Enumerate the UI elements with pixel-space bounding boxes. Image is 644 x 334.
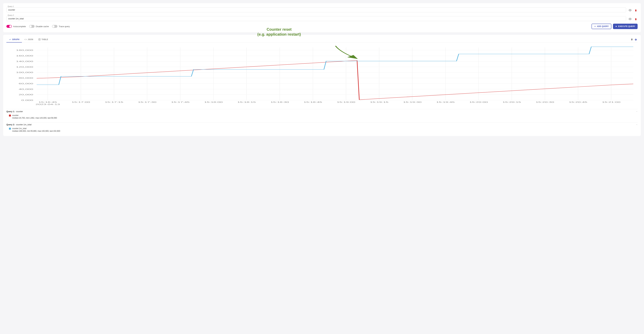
graph-icon <box>9 38 11 40</box>
gear-icon[interactable] <box>634 38 638 41</box>
legend-header[interactable]: Query 1: counter <box>6 109 638 114</box>
svg-text:15:17:00: 15:17:00 <box>72 101 90 103</box>
query-1-label: Query 1 <box>6 5 626 7</box>
color-swatch <box>9 115 11 116</box>
svg-text:180,000: 180,000 <box>16 49 33 51</box>
switch-icon <box>52 25 58 28</box>
query-1-input[interactable] <box>6 7 626 12</box>
svg-text:140,000: 140,000 <box>16 60 33 62</box>
play-icon <box>615 25 617 27</box>
legend: Query 1: counter counter median:24,700, … <box>6 109 638 133</box>
svg-point-0 <box>630 10 630 11</box>
svg-text:15:17:30: 15:17:30 <box>138 101 156 103</box>
series-stats: median:24,700, min:1,662, max:143,000, l… <box>12 117 57 119</box>
svg-text:15:18:45: 15:18:45 <box>304 101 322 103</box>
chart-area: 0.00020,00040,00060,00080,000100,000120,… <box>6 43 638 107</box>
disable-cache-label: Disable cache <box>36 25 49 28</box>
series-stats: median:166,500, min:55,880, max:192,600,… <box>12 130 60 132</box>
series-name: counter <box>12 114 57 116</box>
svg-text:15:19:15: 15:19:15 <box>370 101 388 103</box>
delete-icon[interactable] <box>634 8 638 12</box>
query-row-2: Query 2 <box>6 14 638 21</box>
svg-marker-4 <box>616 26 617 27</box>
tab-graph[interactable]: GRAPH <box>6 37 22 42</box>
svg-text:15:18:30: 15:18:30 <box>270 101 289 103</box>
eye-icon[interactable] <box>628 8 632 12</box>
svg-text:100,000: 100,000 <box>16 72 33 73</box>
svg-rect-5 <box>38 39 40 40</box>
svg-point-1 <box>630 19 630 19</box>
svg-text:15:19:30: 15:19:30 <box>403 101 422 103</box>
svg-text:120,000: 120,000 <box>16 66 33 68</box>
svg-text:160,000: 160,000 <box>16 55 33 57</box>
svg-text:20,000: 20,000 <box>19 94 33 96</box>
execute-query-button[interactable]: EXECUTE QUERY <box>613 24 638 29</box>
tips-icon[interactable] <box>630 38 634 41</box>
query-panel: Query 1 Query 2 Autocomplete <box>3 3 641 32</box>
svg-text:15:19:00: 15:19:00 <box>337 101 355 103</box>
chevron-up-icon <box>636 111 638 112</box>
autocomplete-toggle[interactable]: Autocomplete <box>6 25 26 28</box>
add-query-button[interactable]: ADD QUERY <box>592 24 611 29</box>
plus-icon <box>594 25 596 27</box>
legend-header[interactable]: Query 2: counter:1m_total <box>6 122 638 127</box>
tab-table[interactable]: TABLE <box>36 37 51 42</box>
svg-text:15:20:00: 15:20:00 <box>469 101 488 103</box>
table-icon <box>38 38 41 40</box>
svg-text:15:20:30: 15:20:30 <box>536 101 554 103</box>
series-name: counter:1m_total <box>12 127 60 130</box>
code-icon <box>24 38 27 40</box>
legend-item[interactable]: counter:1m_total median:166,500, min:55,… <box>6 127 638 133</box>
disable-cache-toggle[interactable]: Disable cache <box>29 25 49 28</box>
svg-text:40,000: 40,000 <box>19 88 33 90</box>
svg-text:80,000: 80,000 <box>19 77 33 79</box>
chevron-up-icon <box>636 124 638 125</box>
svg-text:15:17:15: 15:17:15 <box>105 101 123 103</box>
query-2-label: Query 2 <box>6 14 626 16</box>
svg-text:15:18:00: 15:18:00 <box>204 101 223 103</box>
svg-text:15:18:15: 15:18:15 <box>238 101 256 103</box>
svg-text:15:16:45: 15:16:45 <box>38 101 57 103</box>
svg-text:15:21:00: 15:21:00 <box>602 101 620 103</box>
switch-icon <box>29 25 34 28</box>
chart-panel: GRAPH JSON TABLE Counter reset (e.g. app… <box>3 35 641 136</box>
svg-text:60,000: 60,000 <box>19 83 33 84</box>
switch-icon <box>6 25 12 28</box>
color-swatch <box>9 128 11 130</box>
delete-icon[interactable] <box>634 17 638 21</box>
trace-query-label: Trace query <box>59 25 70 28</box>
tabs: GRAPH JSON TABLE <box>6 37 638 43</box>
legend-item[interactable]: counter median:24,700, min:1,662, max:14… <box>6 114 638 120</box>
svg-text:15:19:45: 15:19:45 <box>436 101 455 103</box>
svg-text:15:17:45: 15:17:45 <box>171 101 190 103</box>
svg-text:15:20:15: 15:20:15 <box>502 101 521 103</box>
svg-text:0.000: 0.000 <box>21 99 33 101</box>
controls-row: Autocomplete Disable cache Trace query A… <box>6 24 638 29</box>
svg-text:15:20:45: 15:20:45 <box>569 101 587 103</box>
eye-icon[interactable] <box>628 17 632 21</box>
chart-svg[interactable]: 0.00020,00040,00060,00080,000100,000120,… <box>6 46 638 107</box>
query-2-input[interactable] <box>6 16 626 21</box>
trace-query-toggle[interactable]: Trace query <box>52 25 70 28</box>
tab-json[interactable]: JSON <box>22 37 36 42</box>
autocomplete-label: Autocomplete <box>13 25 26 28</box>
svg-text:2023-04-13: 2023-04-13 <box>36 103 60 105</box>
query-row-1: Query 1 <box>6 5 638 12</box>
